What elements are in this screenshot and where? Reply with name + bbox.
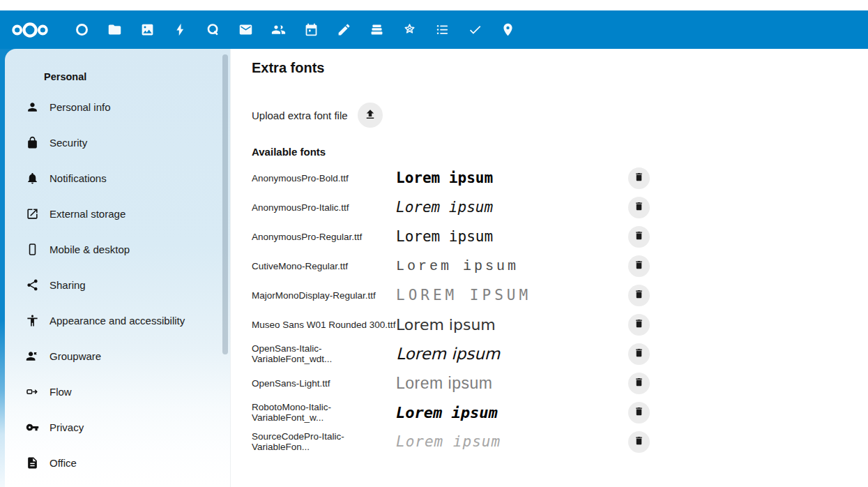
contacts-icon[interactable]: [262, 10, 295, 49]
sidebar-item-label: Security: [50, 137, 87, 149]
app-container: Personal Personal info Security Notifica…: [5, 49, 868, 487]
sidebar-item-mobile-desktop[interactable]: Mobile & desktop: [5, 232, 230, 267]
notes-icon[interactable]: [328, 10, 360, 49]
maps-icon[interactable]: [492, 10, 524, 49]
lock-icon: [26, 136, 39, 149]
sidebar-item-label: Notifications: [50, 172, 107, 184]
font-row: Museo Sans W01 Rounded 300.ttf Lorem ips…: [252, 310, 868, 339]
sidebar-item-personal-info[interactable]: Personal info: [5, 89, 230, 125]
font-file-name: SourceCodePro-Italic-VariableFon...: [252, 431, 396, 452]
delete-font-button[interactable]: [628, 197, 650, 218]
sidebar-item-label: Office: [50, 457, 77, 469]
sidebar-item-label: Appearance and accessibility: [50, 315, 185, 327]
sidebar-item-appearance-and-accessibility[interactable]: Appearance and accessibility: [5, 303, 230, 338]
sidebar-item-label: External storage: [50, 208, 125, 220]
sidebar-item-label: Mobile & desktop: [50, 244, 130, 255]
sidebar-item-label: Sharing: [50, 279, 86, 291]
sidebar-item-privacy[interactable]: Privacy: [5, 410, 230, 445]
sidebar-item-label: Personal info: [50, 101, 111, 113]
font-row: AnonymousPro-Regular.ttf Lorem ipsum: [252, 222, 868, 251]
top-bar: [0, 10, 868, 49]
upload-row: Upload extra font file: [252, 103, 868, 128]
settings-sidebar: Personal Personal info Security Notifica…: [5, 49, 230, 487]
delete-font-button[interactable]: [628, 167, 650, 189]
tasks-icon[interactable]: [459, 10, 492, 49]
trash-icon: [634, 435, 644, 448]
document-icon: [26, 456, 39, 470]
sidebar-item-office[interactable]: Office: [5, 445, 230, 481]
share-icon: [26, 278, 39, 292]
nextcloud-logo[interactable]: [10, 20, 50, 40]
sidebar-item-groupware[interactable]: Groupware: [5, 338, 230, 374]
bell-icon: [26, 172, 39, 185]
delete-font-button[interactable]: [628, 431, 650, 453]
upload-font-button[interactable]: [358, 103, 383, 128]
font-preview: Lorem ipsum: [396, 374, 628, 393]
trash-icon: [634, 347, 644, 360]
trash-icon: [634, 260, 644, 272]
delete-font-button[interactable]: [628, 402, 650, 424]
sidebar-item-external-storage[interactable]: External storage: [5, 196, 230, 232]
sidebar-item-security[interactable]: Security: [5, 125, 230, 160]
upload-icon: [364, 108, 376, 123]
font-file-name: OpenSans-Light.ttf: [252, 378, 396, 389]
font-row: RobotoMono-Italic-VariableFont_w... Lore…: [252, 398, 868, 427]
trash-icon: [634, 230, 644, 243]
dashboard-icon[interactable]: [66, 10, 98, 49]
font-file-name: MajorMonoDisplay-Regular.ttf: [252, 290, 396, 301]
available-fonts-heading: Available fonts: [252, 146, 868, 158]
font-file-name: AnonymousPro-Regular.ttf: [252, 232, 396, 242]
font-preview: Lorem ipsum: [396, 199, 628, 216]
font-row: OpenSans-Italic-VariableFont_wdt... Lore…: [252, 339, 868, 368]
sidebar-item-label: Privacy: [50, 421, 84, 433]
page-title: Extra fonts: [252, 60, 868, 76]
accessibility-icon: [26, 314, 39, 327]
font-row: CutiveMono-Regular.ttf Lorem ipsum: [252, 251, 868, 280]
mobile-icon: [26, 243, 39, 256]
font-row: SourceCodePro-Italic-VariableFon... Lore…: [252, 427, 868, 456]
trash-icon: [634, 406, 644, 419]
delete-font-button[interactable]: [628, 373, 650, 394]
font-preview: Lorem ipsum: [396, 433, 628, 450]
font-preview: Lorem ipsum: [396, 228, 628, 245]
main-content: Extra fonts Upload extra font file Avail…: [230, 49, 868, 487]
trash-icon: [634, 172, 644, 184]
calendar-icon[interactable]: [295, 10, 328, 49]
font-file-name: AnonymousPro-Bold.ttf: [252, 173, 396, 183]
font-preview: Lorem ipsum: [396, 404, 628, 421]
sidebar-item-notifications[interactable]: Notifications: [5, 160, 230, 196]
page-background: Personal Personal info Security Notifica…: [0, 49, 868, 487]
groupware-icon: [26, 350, 39, 363]
sidebar-scrollbar[interactable]: [222, 54, 228, 354]
font-row: AnonymousPro-Bold.ttf Lorem ipsum: [252, 163, 868, 193]
delete-font-button[interactable]: [628, 343, 650, 365]
font-preview: LOREM IPSUM: [396, 287, 628, 304]
news-icon[interactable]: [426, 10, 459, 49]
user-icon: [26, 100, 39, 114]
sidebar-item-label: Groupware: [50, 350, 101, 362]
trash-icon: [634, 318, 644, 331]
activity-icon[interactable]: [164, 10, 197, 49]
sidebar-item-sharing[interactable]: Sharing: [5, 267, 230, 303]
deck-icon[interactable]: [360, 10, 393, 49]
font-file-name: RobotoMono-Italic-VariableFont_w...: [252, 402, 396, 423]
font-row: AnonymousPro-Italic.ttf Lorem ipsum: [252, 193, 868, 222]
collectives-icon[interactable]: [393, 10, 426, 49]
font-file-name: Museo Sans W01 Rounded 300.ttf: [252, 320, 396, 330]
photos-icon[interactable]: [131, 10, 164, 49]
upload-label: Upload extra font file: [252, 110, 348, 121]
font-preview: Lorem ipsum: [396, 345, 628, 363]
delete-font-button[interactable]: [628, 226, 650, 248]
font-file-name: CutiveMono-Regular.ttf: [252, 261, 396, 271]
delete-font-button[interactable]: [628, 285, 650, 306]
sidebar-item-flow[interactable]: Flow: [5, 374, 230, 410]
flow-icon: [26, 385, 39, 398]
mail-icon[interactable]: [229, 10, 262, 49]
delete-font-button[interactable]: [628, 255, 650, 277]
font-file-name: OpenSans-Italic-VariableFont_wdt...: [252, 343, 396, 364]
trash-icon: [634, 289, 644, 301]
delete-font-button[interactable]: [628, 314, 650, 336]
search-icon[interactable]: [197, 10, 229, 49]
trash-icon: [634, 201, 644, 213]
files-icon[interactable]: [98, 10, 131, 49]
